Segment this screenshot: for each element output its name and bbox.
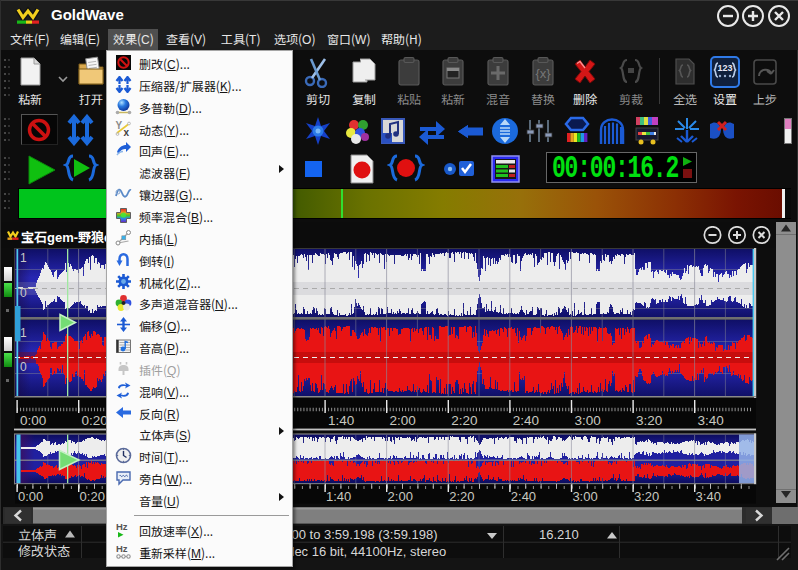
svg-text:16.210: 16.210 bbox=[539, 527, 579, 542]
svg-text:Hz: Hz bbox=[116, 521, 128, 532]
svg-text:修改状态: 修改状态 bbox=[18, 541, 70, 560]
svg-text:00 to 3:59.198 (3:59.198): 00 to 3:59.198 (3:59.198) bbox=[292, 527, 438, 542]
svg-text:x: x bbox=[124, 126, 130, 137]
svg-text:Hz: Hz bbox=[116, 543, 128, 554]
svg-text:lec 16 bit, 44100Hz, stereo: lec 16 bit, 44100Hz, stereo bbox=[292, 544, 447, 559]
